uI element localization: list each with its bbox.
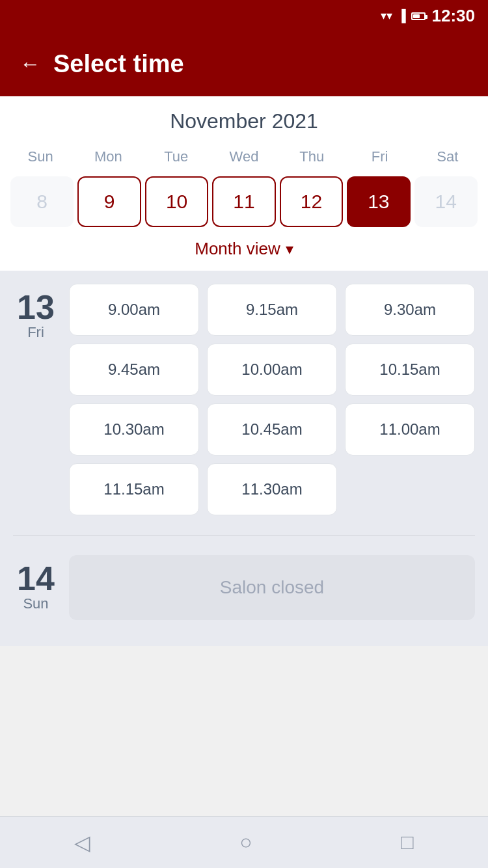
slot-1000am[interactable]: 10.00am [207, 344, 337, 396]
section-divider [13, 535, 475, 536]
slot-1045am[interactable]: 10.45am [207, 403, 337, 455]
day-13-number: 13 [17, 290, 55, 324]
app-header: ← Select time [0, 31, 488, 96]
nav-home-icon[interactable]: ○ [239, 830, 252, 854]
wifi-icon: ▾▾ [381, 8, 392, 23]
calendar-section: November 2021 Sun Mon Tue Wed Thu Fri Sa… [0, 96, 488, 271]
slot-1030am[interactable]: 10.30am [69, 403, 199, 455]
nav-back-icon[interactable]: ◁ [74, 830, 90, 855]
day-14[interactable]: 14 [414, 176, 478, 227]
chevron-down-icon: ▾ [286, 240, 293, 258]
slot-1130am[interactable]: 11.30am [207, 463, 337, 515]
month-view-toggle[interactable]: Month view ▾ [7, 230, 481, 264]
weekday-fri: Fri [346, 145, 413, 169]
salon-closed-text: Salon closed [220, 577, 324, 598]
slot-900am[interactable]: 9.00am [69, 284, 199, 336]
slot-930am[interactable]: 9.30am [345, 284, 475, 336]
salon-closed-box: Salon closed [69, 555, 475, 620]
days-row: 8 9 10 11 12 13 14 [7, 174, 481, 230]
day-9[interactable]: 9 [77, 176, 141, 227]
bottom-spacer [0, 646, 488, 698]
status-bar: ▾▾ ▐ 12:30 [0, 0, 488, 31]
day-10[interactable]: 10 [145, 176, 208, 227]
slot-1100am[interactable]: 11.00am [345, 403, 475, 455]
day-14-name: Sun [23, 595, 48, 612]
status-time: 12:30 [432, 6, 476, 26]
day-13-label: 13 Fri [13, 284, 59, 515]
slot-915am[interactable]: 9.15am [207, 284, 337, 336]
bottom-nav: ◁ ○ □ [0, 816, 488, 868]
slot-1015am[interactable]: 10.15am [345, 344, 475, 396]
signal-icon: ▐ [398, 9, 406, 23]
day-8[interactable]: 8 [10, 176, 74, 227]
weekday-tue: Tue [142, 145, 210, 169]
weekday-row: Sun Mon Tue Wed Thu Fri Sat [7, 145, 481, 169]
page-title: Select time [53, 50, 184, 78]
weekday-sun: Sun [7, 145, 74, 169]
day-13-name: Fri [27, 324, 44, 341]
status-icons: ▾▾ ▐ [381, 8, 426, 23]
month-view-label: Month view [195, 239, 280, 259]
slot-945am[interactable]: 9.45am [69, 344, 199, 396]
slots-section: 13 Fri 9.00am 9.15am 9.30am 9.45am 10.00… [0, 271, 488, 646]
back-button[interactable]: ← [20, 52, 40, 76]
day-13-block: 13 Fri 9.00am 9.15am 9.30am 9.45am 10.00… [13, 284, 475, 515]
nav-recent-icon[interactable]: □ [401, 830, 413, 854]
day-11[interactable]: 11 [212, 176, 275, 227]
month-year-label: November 2021 [7, 109, 481, 133]
day-13[interactable]: 13 [347, 176, 410, 227]
slot-1115am[interactable]: 11.15am [69, 463, 199, 515]
day-14-label: 14 Sun [13, 555, 59, 620]
weekday-sat: Sat [414, 145, 481, 169]
weekday-wed: Wed [210, 145, 278, 169]
day-12[interactable]: 12 [280, 176, 343, 227]
weekday-thu: Thu [278, 145, 346, 169]
day-14-block: 14 Sun Salon closed [13, 555, 475, 620]
day-14-number: 14 [17, 562, 55, 595]
battery-icon [411, 10, 426, 21]
weekday-mon: Mon [74, 145, 142, 169]
time-slots-grid: 9.00am 9.15am 9.30am 9.45am 10.00am 10.1… [69, 284, 475, 515]
